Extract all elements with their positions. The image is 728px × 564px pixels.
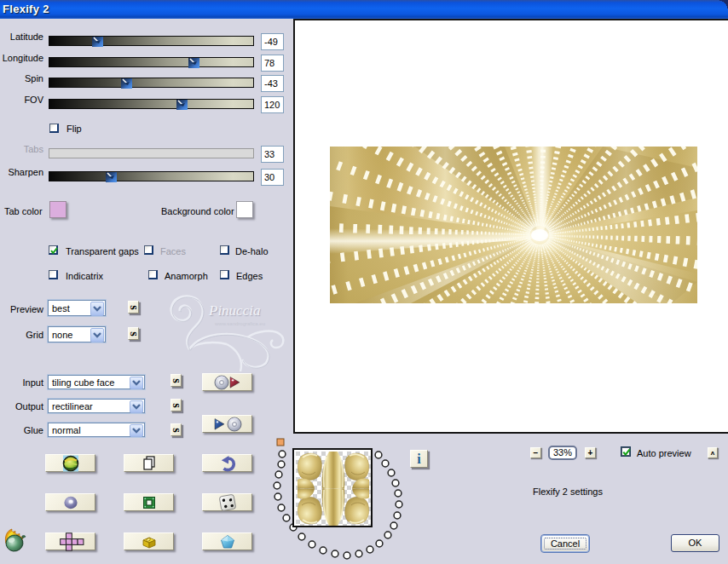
svg-text:www.sandrografica.eu: www.sandrografica.eu <box>214 321 265 326</box>
svg-text:Pinuccia: Pinuccia <box>208 302 260 319</box>
